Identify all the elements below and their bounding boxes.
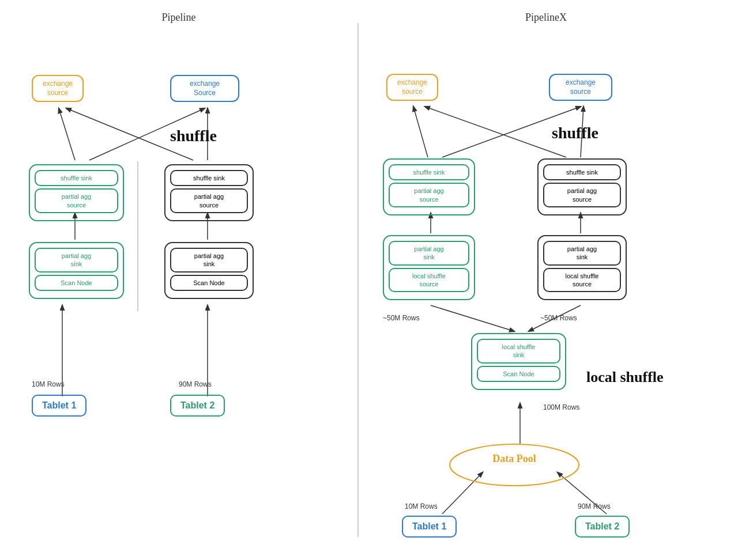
left-shuffle-label: shuffle: [170, 127, 217, 145]
right-scan-node: Scan Node: [477, 366, 560, 382]
left-right-group-bottom-black: partial aggsink Scan Node: [164, 242, 254, 299]
svg-line-8: [413, 107, 428, 157]
left-group-bottom-green: partial aggsink Scan Node: [29, 242, 124, 299]
right-tablet2: Tablet 2: [575, 516, 630, 538]
right-rows-right: ~50M Rows: [540, 314, 577, 322]
left-partial-agg-source-node: partial aggsource: [35, 188, 118, 213]
right-left-partial-agg-sink: partial aggsink: [389, 241, 469, 266]
svg-text:Data Pool: Data Pool: [492, 453, 536, 464]
left-partial-agg-sink-node: partial aggsink: [35, 248, 118, 273]
left-tablet1-rows: 10M Rows: [32, 380, 65, 388]
right-exchange-source-orange: exchangesource: [386, 74, 438, 101]
left-tablet2-rows: 90M Rows: [179, 380, 212, 388]
svg-line-10: [425, 107, 566, 157]
right-left-shuffle-sink: shuffle sink: [389, 164, 469, 180]
right-right-local-shuffle-source: local shufflesource: [543, 268, 621, 293]
left-right-group-top-black: shuffle sink partial aggsource: [164, 164, 254, 221]
diagram-container: Pipeline: [0, 0, 738, 560]
right-shuffle-sink-node: shuffle sink: [170, 170, 248, 186]
right-right-partial-agg-sink: partial aggsink: [543, 241, 621, 266]
right-local-shuffle-sink: local shufflesink: [477, 339, 560, 364]
right-right-partial-agg-source: partial aggsource: [543, 183, 621, 207]
left-tablet1: Tablet 1: [32, 395, 86, 417]
right-panel: PipelineX: [359, 0, 733, 560]
right-left-local-shuffle-source: local shufflesource: [389, 268, 469, 293]
right-left-group-bottom-green: partial aggsink local shufflesource: [383, 235, 475, 300]
left-group-top-green: shuffle sink partial aggsource: [29, 164, 124, 221]
right-right-shuffle-sink: shuffle sink: [543, 164, 621, 180]
right-right-group-top-black: shuffle sink partial aggsource: [537, 158, 627, 215]
right-local-shuffle-label: local shuffle: [586, 369, 664, 386]
right-panel-title: PipelineX: [370, 12, 722, 24]
left-shuffle-sink-node: shuffle sink: [35, 170, 118, 186]
right-rows-center: 100M Rows: [543, 403, 579, 411]
svg-line-14: [431, 305, 514, 331]
svg-line-0: [59, 108, 75, 160]
data-pool: Data Pool: [448, 444, 581, 487]
right-scan-node: Scan Node: [170, 275, 248, 291]
right-partial-agg-source-node: partial aggsource: [170, 188, 248, 213]
right-right-group-bottom-black: partial aggsink local shufflesource: [537, 235, 627, 300]
left-panel: Pipeline: [0, 0, 357, 560]
right-left-partial-agg-source: partial aggsource: [389, 183, 469, 207]
right-partial-agg-sink-node: partial aggsink: [170, 248, 248, 273]
left-scan-node: Scan Node: [35, 275, 118, 291]
right-shuffle-label: shuffle: [552, 124, 598, 142]
right-tablet1: Tablet 1: [402, 516, 457, 538]
right-tablet1-rows: 10M Rows: [405, 502, 438, 510]
left-exchange-source-orange: exchangesource: [32, 75, 84, 102]
right-center-group-green: local shufflesink Scan Node: [471, 333, 566, 390]
right-left-group-top-green: shuffle sink partial aggsource: [383, 158, 475, 215]
left-panel-title: Pipeline: [12, 12, 346, 24]
left-tablet2: Tablet 2: [170, 395, 225, 417]
right-tablet2-rows: 90M Rows: [578, 502, 611, 510]
left-exchange-source-blue: exchangeSource: [170, 75, 239, 102]
right-exchange-source-blue: exchangesource: [549, 74, 612, 101]
svg-point-19: [450, 444, 579, 486]
right-rows-left: ~50M Rows: [383, 314, 420, 322]
left-panel-divider: [137, 161, 138, 311]
